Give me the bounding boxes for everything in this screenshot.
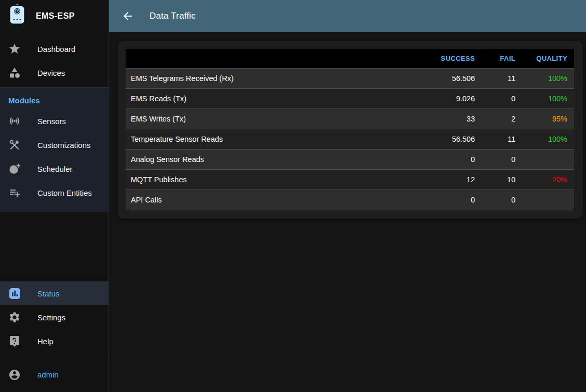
cell-label: Temperature Sensor Reads xyxy=(126,129,425,149)
sidebar-item-label: Status xyxy=(37,289,60,298)
table-row: EMS Reads (Tx) 9.026 0 100% xyxy=(126,88,574,109)
cell-success: 0 xyxy=(425,190,482,210)
sidebar-item-sensors[interactable]: Sensors xyxy=(0,109,108,133)
sidebar-item-label: Settings xyxy=(37,313,65,322)
sidebar-item-settings[interactable]: Settings xyxy=(0,305,108,329)
cell-quality: 100% xyxy=(522,129,574,149)
main-area: Data Traffic SUCCESS FAIL QUALITY EMS Te… xyxy=(109,0,586,392)
cell-fail: 10 xyxy=(482,169,522,190)
table-row: Analog Sensor Reads 0 0 xyxy=(126,149,574,169)
sidebar-item-label: Custom Entities xyxy=(37,188,92,197)
cell-quality: 20% xyxy=(522,169,574,190)
bar-chart-icon xyxy=(8,287,21,300)
construction-tools-icon xyxy=(8,139,21,151)
sidebar-item-label: Sensors xyxy=(37,117,66,126)
cell-label: API Calls xyxy=(126,190,425,210)
sidebar-item-custom-entities[interactable]: Custom Entities xyxy=(0,181,108,205)
sidebar-modules-section: Modules Sensors xyxy=(0,87,108,212)
sensors-icon xyxy=(8,115,21,127)
modules-section-title: Modules xyxy=(0,94,108,109)
sidebar-item-customizations[interactable]: Customizations xyxy=(0,133,108,157)
table-row: Temperature Sensor Reads 56.506 11 100% xyxy=(126,129,574,149)
cell-success: 56.506 xyxy=(425,129,482,149)
table-row: EMS Telegrams Received (Rx) 56.506 11 10… xyxy=(126,68,574,88)
sidebar-item-label: Scheduler xyxy=(37,165,73,173)
sidebar-item-dashboard[interactable]: Dashboard xyxy=(0,37,108,61)
cell-fail: 2 xyxy=(482,109,522,129)
cell-fail: 11 xyxy=(482,68,522,88)
col-header-empty xyxy=(126,49,425,68)
sidebar-item-label: Customizations xyxy=(37,141,91,150)
sidebar-nav-main: Dashboard Devices xyxy=(0,32,108,85)
arrow-back-icon xyxy=(121,10,134,22)
col-header-quality: QUALITY xyxy=(522,49,574,68)
cell-fail: 0 xyxy=(482,149,522,169)
cell-success: 12 xyxy=(425,169,482,190)
cell-quality xyxy=(522,149,574,169)
table-row: API Calls 0 0 xyxy=(126,190,574,210)
cell-success: 9.026 xyxy=(425,88,482,109)
cell-fail: 0 xyxy=(482,88,522,109)
user-label: admin xyxy=(37,370,59,379)
data-traffic-card: SUCCESS FAIL QUALITY EMS Telegrams Recei… xyxy=(118,41,583,219)
cell-label: EMS Reads (Tx) xyxy=(126,88,425,109)
sidebar-header: EMS-ESP xyxy=(0,0,108,32)
sidebar-item-label: Devices xyxy=(37,69,65,77)
cell-label: EMS Writes (Tx) xyxy=(126,109,425,129)
cell-fail: 0 xyxy=(482,190,522,210)
cell-success: 33 xyxy=(425,109,482,129)
back-button[interactable] xyxy=(121,10,134,22)
content-area: SUCCESS FAIL QUALITY EMS Telegrams Recei… xyxy=(109,32,586,392)
cell-fail: 11 xyxy=(482,129,522,149)
help-bubble-icon xyxy=(8,335,21,347)
col-header-success: SUCCESS xyxy=(425,49,482,68)
star-icon xyxy=(8,43,21,55)
category-icon xyxy=(8,66,21,79)
cell-quality: 95% xyxy=(522,109,574,129)
sidebar-nav-bottom: Status Settings Help admin xyxy=(0,281,108,392)
page-title: Data Traffic xyxy=(149,11,196,21)
sidebar-item-scheduler[interactable]: Scheduler xyxy=(0,157,108,181)
data-traffic-table: SUCCESS FAIL QUALITY EMS Telegrams Recei… xyxy=(126,49,574,210)
table-row: MQTT Publishes 12 10 20% xyxy=(126,169,574,190)
sidebar-item-label: Dashboard xyxy=(37,45,75,53)
clock-plus-icon xyxy=(8,163,21,175)
col-header-fail: FAIL xyxy=(482,49,522,68)
cell-success: 56.506 xyxy=(425,68,482,88)
sidebar-item-help[interactable]: Help xyxy=(0,329,108,353)
cell-label: MQTT Publishes xyxy=(126,169,425,190)
playlist-add-icon xyxy=(8,186,21,199)
gear-icon xyxy=(8,311,21,323)
cell-success: 0 xyxy=(425,149,482,169)
sidebar-item-label: Help xyxy=(37,337,53,346)
table-header-row: SUCCESS FAIL QUALITY xyxy=(126,49,574,68)
sidebar-user-admin[interactable]: admin xyxy=(0,357,108,392)
cell-label: EMS Telegrams Received (Rx) xyxy=(126,68,425,88)
table-row: EMS Writes (Tx) 33 2 95% xyxy=(126,109,574,129)
cell-quality xyxy=(522,190,574,210)
cell-quality: 100% xyxy=(522,68,574,88)
boiler-logo-icon xyxy=(7,4,27,29)
appbar: Data Traffic xyxy=(109,0,586,32)
cell-quality: 100% xyxy=(522,88,574,109)
sidebar-item-status[interactable]: Status xyxy=(0,281,108,305)
account-circle-icon xyxy=(8,369,21,381)
sidebar: EMS-ESP Dashboard Devices Modules xyxy=(0,0,109,392)
cell-label: Analog Sensor Reads xyxy=(126,149,425,169)
sidebar-item-devices[interactable]: Devices xyxy=(0,61,108,85)
app-title: EMS-ESP xyxy=(36,11,75,21)
